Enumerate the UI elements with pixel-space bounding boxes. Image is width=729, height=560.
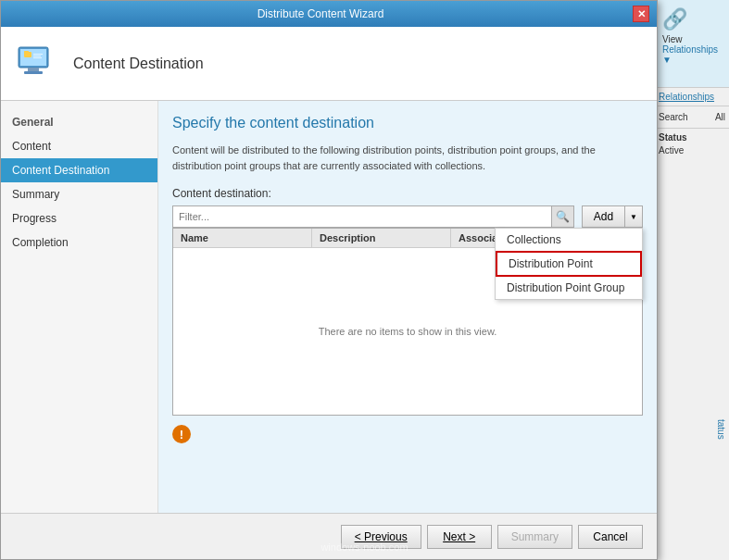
left-nav: General Content Content Destination Summ… [1, 101, 158, 513]
window-body: General Content Content Destination Summ… [1, 101, 657, 513]
filter-search-icon: 🔍 [552, 205, 574, 228]
nav-item-summary[interactable]: Summary [1, 182, 157, 206]
add-button[interactable]: Add [582, 205, 624, 228]
table-col-name: Name [173, 229, 312, 247]
dropdown-item-distribution-point-group[interactable]: Distribution Point Group [496, 277, 642, 299]
view-label: View [662, 34, 722, 44]
status-value: Active [659, 145, 725, 156]
table-col-description: Description [312, 229, 451, 247]
title-bar-text: Distribute Content Wizard [8, 7, 633, 20]
tatus-vertical: tatus [716, 419, 726, 440]
filter-input[interactable] [172, 205, 552, 228]
svg-rect-5 [24, 51, 29, 53]
svg-rect-6 [33, 54, 43, 55]
relationships-link[interactable]: Relationships [659, 92, 725, 102]
dropdown-chevron-icon: ▼ [630, 213, 637, 221]
add-dropdown-button[interactable]: ▼ [624, 205, 643, 228]
nav-item-completion[interactable]: Completion [1, 230, 157, 255]
window-header: Content Destination [1, 27, 657, 101]
right-panel: 🔗 View Relationships ▼ Relationships Sea… [655, 0, 729, 560]
warning-area: ! [172, 425, 643, 443]
section-label: Content destination: [172, 187, 643, 200]
status-header: Status [659, 132, 725, 143]
table-empty-message: There are no items to show in this view. [319, 326, 497, 337]
svg-rect-2 [28, 68, 39, 71]
dropdown-item-collections[interactable]: Collections [496, 229, 642, 251]
previous-button[interactable]: < Previous [341, 525, 421, 549]
nav-item-progress[interactable]: Progress [1, 206, 157, 230]
dropdown-menu: Collections Distribution Point Distribut… [495, 228, 643, 300]
nav-item-content-destination[interactable]: Content Destination [1, 158, 157, 182]
header-title: Content Destination [73, 56, 204, 72]
right-panel-top: 🔗 View Relationships ▼ [655, 0, 729, 88]
svg-rect-3 [24, 71, 43, 74]
summary-button[interactable]: Summary [497, 525, 572, 549]
nav-item-general: General [1, 110, 157, 134]
search-label-right: Search [659, 112, 711, 122]
view-relationships-icon: 🔗 [662, 7, 722, 31]
svg-rect-8 [33, 57, 42, 58]
next-label: Next > [443, 530, 475, 543]
content-title: Specify the content destination [172, 115, 643, 131]
previous-label: < Previous [355, 530, 408, 543]
next-button[interactable]: Next > [427, 525, 492, 549]
svg-rect-7 [33, 56, 41, 56]
nav-item-content[interactable]: Content [1, 134, 157, 158]
add-section: Add ▼ Collections Distribution Point Dis… [582, 205, 643, 228]
main-window: Distribute Content Wizard ✕ Content Dest… [0, 0, 658, 560]
all-label: All [715, 112, 725, 122]
window-footer: < Previous Next > Summary Cancel [1, 513, 657, 559]
dropdown-item-distribution-point[interactable]: Distribution Point [496, 251, 642, 277]
tatus-label: tatus [716, 419, 726, 440]
relationships-dropdown[interactable]: Relationships ▼ [662, 44, 722, 65]
close-button[interactable]: ✕ [633, 6, 649, 22]
title-bar: Distribute Content Wizard ✕ [1, 1, 657, 27]
warning-icon: ! [172, 425, 191, 443]
content-description: Content will be distributed to the follo… [172, 143, 643, 173]
cancel-button[interactable]: Cancel [578, 525, 643, 549]
header-icon [15, 42, 59, 86]
content-area: Specify the content destination Content … [158, 101, 657, 513]
